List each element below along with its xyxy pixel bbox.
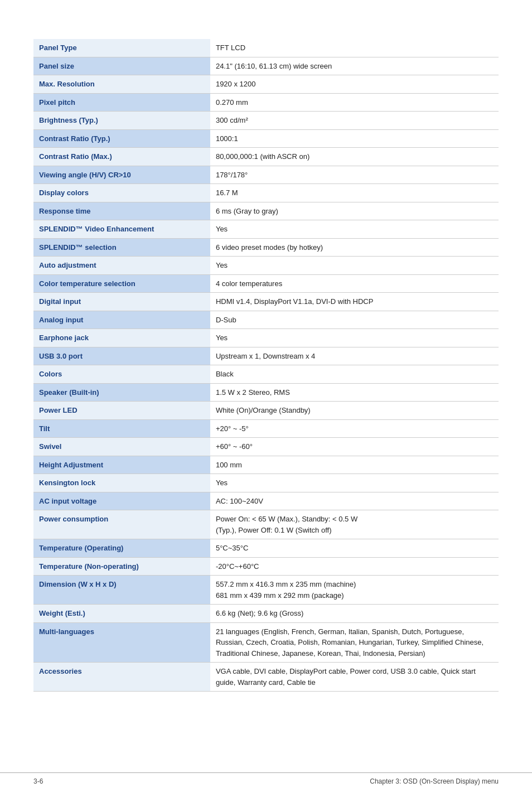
- table-row: AC input voltageAC: 100~240V: [33, 492, 499, 510]
- table-row: Contrast Ratio (Max.)80,000,000:1 (with …: [33, 148, 499, 166]
- spec-value: 300 cd/m²: [210, 112, 499, 130]
- spec-label: Contrast Ratio (Max.): [33, 148, 210, 166]
- table-row: SPLENDID™ Video EnhancementYes: [33, 220, 499, 239]
- spec-label: Swivel: [33, 438, 210, 456]
- spec-label: Panel size: [33, 57, 210, 75]
- table-row: Response time6 ms (Gray to gray): [33, 202, 499, 220]
- spec-label: Earphone jack: [33, 329, 210, 347]
- table-row: Panel size24.1" (16:10, 61.13 cm) wide s…: [33, 57, 499, 75]
- table-row: Panel TypeTFT LCD: [33, 39, 499, 57]
- spec-label: SPLENDID™ selection: [33, 238, 210, 257]
- spec-label: SPLENDID™ Video Enhancement: [33, 220, 210, 239]
- spec-value: 178°/178°: [210, 166, 499, 184]
- table-row: Temperature (Operating)5°C~35°C: [33, 539, 499, 558]
- spec-value: AC: 100~240V: [210, 492, 499, 510]
- spec-value: 6 video preset modes (by hotkey): [210, 238, 499, 257]
- spec-value: 6.6 kg (Net); 9.6 kg (Gross): [210, 605, 499, 623]
- spec-label: Temperature (Non-operating): [33, 557, 210, 576]
- table-row: Pixel pitch0.270 mm: [33, 93, 499, 112]
- spec-label: Temperature (Operating): [33, 539, 210, 558]
- spec-value: VGA cable, DVI cable, DisplayPort cable,…: [210, 663, 499, 692]
- spec-label: Max. Resolution: [33, 75, 210, 94]
- spec-value: 100 mm: [210, 456, 499, 474]
- spec-value: Power On: < 65 W (Max.), Standby: < 0.5 …: [210, 510, 499, 539]
- spec-label: Power LED: [33, 402, 210, 420]
- spec-value: Yes: [210, 329, 499, 347]
- spec-value: Black: [210, 365, 499, 384]
- spec-value: 21 languages (English, French, German, I…: [210, 622, 499, 663]
- spec-label: Accessories: [33, 663, 210, 692]
- table-row: Kensington lockYes: [33, 474, 499, 492]
- table-row: Brightness (Typ.)300 cd/m²: [33, 112, 499, 130]
- table-row: Analog inputD-Sub: [33, 311, 499, 329]
- spec-value: +60° ~ -60°: [210, 438, 499, 456]
- spec-label: Panel Type: [33, 39, 210, 57]
- spec-value: Yes: [210, 220, 499, 239]
- spec-value: White (On)/Orange (Standby): [210, 402, 499, 420]
- table-row: SPLENDID™ selection6 video preset modes …: [33, 238, 499, 257]
- spec-value: 5°C~35°C: [210, 539, 499, 558]
- page-footer: 3-6 Chapter 3: OSD (On-Screen Display) m…: [0, 772, 532, 785]
- table-row: Viewing angle (H/V) CR>10178°/178°: [33, 166, 499, 184]
- spec-label: Dimension (W x H x D): [33, 576, 210, 605]
- spec-value: 1920 x 1200: [210, 75, 499, 94]
- table-row: Color temperature selection4 color tempe…: [33, 274, 499, 293]
- table-row: AccessoriesVGA cable, DVI cable, Display…: [33, 663, 499, 692]
- table-row: Max. Resolution1920 x 1200: [33, 75, 499, 94]
- table-row: Temperature (Non-operating)-20°C~+60°C: [33, 557, 499, 576]
- spec-label: Pixel pitch: [33, 93, 210, 112]
- spec-value: 1.5 W x 2 Stereo, RMS: [210, 383, 499, 402]
- spec-label: Weight (Esti.): [33, 605, 210, 623]
- spec-value: 557.2 mm x 416.3 mm x 235 mm (machine)68…: [210, 576, 499, 605]
- table-row: Contrast Ratio (Typ.)1000:1: [33, 129, 499, 148]
- spec-value: 1000:1: [210, 129, 499, 148]
- spec-label: Auto adjustment: [33, 257, 210, 275]
- spec-value: 6 ms (Gray to gray): [210, 202, 499, 220]
- spec-label: Height Adjustment: [33, 456, 210, 474]
- table-row: Height Adjustment100 mm: [33, 456, 499, 474]
- table-row: Weight (Esti.)6.6 kg (Net); 9.6 kg (Gros…: [33, 605, 499, 623]
- spec-label: Brightness (Typ.): [33, 112, 210, 130]
- spec-label: Tilt: [33, 419, 210, 438]
- spec-value: 80,000,000:1 (with ASCR on): [210, 148, 499, 166]
- spec-label: Analog input: [33, 311, 210, 329]
- spec-label: Display colors: [33, 184, 210, 202]
- spec-value: -20°C~+60°C: [210, 557, 499, 576]
- spec-value: 0.270 mm: [210, 93, 499, 112]
- spec-label: Viewing angle (H/V) CR>10: [33, 166, 210, 184]
- spec-label: AC input voltage: [33, 492, 210, 510]
- footer-page-number: 3-6: [33, 777, 43, 785]
- footer-chapter: Chapter 3: OSD (On-Screen Display) menu: [370, 777, 499, 785]
- spec-table: Panel TypeTFT LCDPanel size24.1" (16:10,…: [33, 39, 499, 692]
- table-row: Power LEDWhite (On)/Orange (Standby): [33, 402, 499, 420]
- table-row: USB 3.0 portUpstream x 1, Downstream x 4: [33, 347, 499, 365]
- table-row: Dimension (W x H x D)557.2 mm x 416.3 mm…: [33, 576, 499, 605]
- table-row: Earphone jackYes: [33, 329, 499, 347]
- spec-label: Kensington lock: [33, 474, 210, 492]
- spec-value: HDMI v1.4, DisplayPort V1.1a, DVI-D with…: [210, 293, 499, 311]
- table-row: Auto adjustmentYes: [33, 257, 499, 275]
- spec-value: TFT LCD: [210, 39, 499, 57]
- spec-label: Multi-languages: [33, 622, 210, 663]
- table-row: Power consumptionPower On: < 65 W (Max.)…: [33, 510, 499, 539]
- spec-value: 16.7 M: [210, 184, 499, 202]
- spec-value: 4 color temperatures: [210, 274, 499, 293]
- spec-value: +20° ~ -5°: [210, 419, 499, 438]
- table-row: Tilt+20° ~ -5°: [33, 419, 499, 438]
- spec-label: Color temperature selection: [33, 274, 210, 293]
- spec-value: D-Sub: [210, 311, 499, 329]
- table-row: Swivel+60° ~ -60°: [33, 438, 499, 456]
- table-row: Speaker (Built-in)1.5 W x 2 Stereo, RMS: [33, 383, 499, 402]
- spec-label: Power consumption: [33, 510, 210, 539]
- spec-label: Colors: [33, 365, 210, 384]
- spec-value: 24.1" (16:10, 61.13 cm) wide screen: [210, 57, 499, 75]
- spec-label: Digital input: [33, 293, 210, 311]
- table-row: Multi-languages21 languages (English, Fr…: [33, 622, 499, 663]
- spec-label: Contrast Ratio (Typ.): [33, 129, 210, 148]
- spec-label: Speaker (Built-in): [33, 383, 210, 402]
- spec-value: Yes: [210, 257, 499, 275]
- spec-label: USB 3.0 port: [33, 347, 210, 365]
- spec-value: Upstream x 1, Downstream x 4: [210, 347, 499, 365]
- table-row: ColorsBlack: [33, 365, 499, 384]
- table-row: Digital inputHDMI v1.4, DisplayPort V1.1…: [33, 293, 499, 311]
